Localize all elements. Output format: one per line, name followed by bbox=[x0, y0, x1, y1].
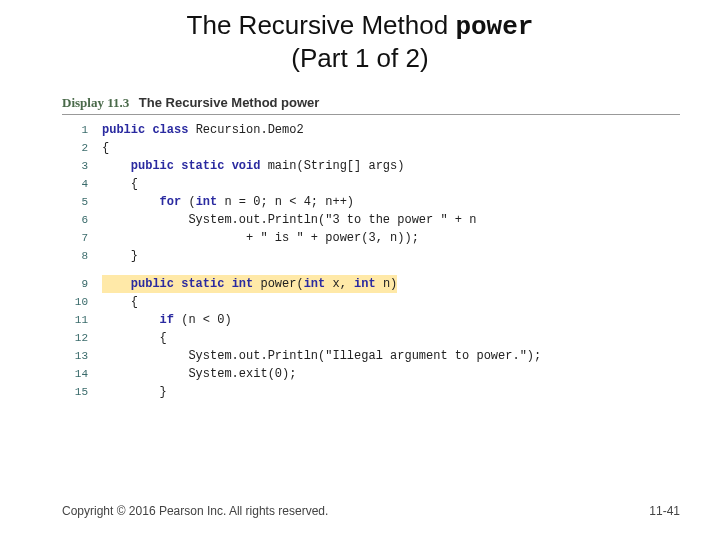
code-token: Recursion.Demo2 bbox=[196, 123, 304, 137]
code-text: System.exit(0); bbox=[102, 365, 296, 383]
code-line: 5 for (int n = 0; n < 4; n++) bbox=[62, 193, 680, 211]
line-number: 1 bbox=[62, 121, 88, 139]
keyword: public static int bbox=[131, 277, 261, 291]
keyword: public class bbox=[102, 123, 196, 137]
code-token: n = 0; n < 4; n++) bbox=[224, 195, 354, 209]
code-line: 3 public static void main(String[] args) bbox=[62, 157, 680, 175]
code-text: + " is " + power(3, n)); bbox=[102, 229, 419, 247]
keyword: if bbox=[160, 313, 182, 327]
code-token: { bbox=[102, 331, 167, 345]
code-token: { bbox=[102, 177, 138, 191]
keyword: int bbox=[304, 277, 333, 291]
code-text: } bbox=[102, 247, 138, 265]
line-number: 9 bbox=[62, 275, 88, 293]
code-token: ( bbox=[188, 195, 195, 209]
title-line2: (Part 1 of 2) bbox=[291, 43, 428, 73]
title-line1-mono: power bbox=[455, 12, 533, 42]
code-token bbox=[102, 313, 160, 327]
code-token: { bbox=[102, 295, 138, 309]
footer: Copyright © 2016 Pearson Inc. All rights… bbox=[62, 504, 680, 518]
code-text: public static int power(int x, int n) bbox=[102, 275, 397, 293]
code-line: 7 + " is " + power(3, n)); bbox=[62, 229, 680, 247]
line-number: 10 bbox=[62, 293, 88, 311]
code-token: power( bbox=[260, 277, 303, 291]
slide-title: The Recursive Method power (Part 1 of 2) bbox=[0, 10, 720, 74]
line-number: 6 bbox=[62, 211, 88, 229]
code-token: System.out.Println("3 to the power " + n bbox=[102, 213, 476, 227]
blank-line bbox=[62, 265, 680, 275]
line-number: 15 bbox=[62, 383, 88, 401]
code-text: public class Recursion.Demo2 bbox=[102, 121, 304, 139]
keyword: int bbox=[196, 195, 225, 209]
page-number: 11-41 bbox=[649, 504, 680, 518]
code-text: if (n < 0) bbox=[102, 311, 232, 329]
code-token: n) bbox=[376, 277, 398, 291]
code-text: System.out.Println("Illegal argument to … bbox=[102, 347, 541, 365]
code-text: for (int n = 0; n < 4; n++) bbox=[102, 193, 354, 211]
code-line: 11 if (n < 0) bbox=[62, 311, 680, 329]
code-line: 15 } bbox=[62, 383, 680, 401]
code-token bbox=[102, 159, 131, 173]
code-line: 1public class Recursion.Demo2 bbox=[62, 121, 680, 139]
display-title: The Recursive Method power bbox=[139, 95, 320, 110]
copyright: Copyright © 2016 Pearson Inc. All rights… bbox=[62, 504, 328, 518]
code-token bbox=[102, 277, 131, 291]
code-line: 6 System.out.Println("3 to the power " +… bbox=[62, 211, 680, 229]
line-number: 5 bbox=[62, 193, 88, 211]
line-number: 8 bbox=[62, 247, 88, 265]
line-number: 7 bbox=[62, 229, 88, 247]
code-line: 9 public static int power(int x, int n) bbox=[62, 275, 680, 293]
code-token: main(String[] args) bbox=[268, 159, 405, 173]
line-number: 3 bbox=[62, 157, 88, 175]
code-line: 13 System.out.Println("Illegal argument … bbox=[62, 347, 680, 365]
code-text: } bbox=[102, 383, 167, 401]
keyword: for bbox=[160, 195, 189, 209]
code-line: 14 System.exit(0); bbox=[62, 365, 680, 383]
code-token: System.exit(0); bbox=[102, 367, 296, 381]
code-token: } bbox=[102, 385, 167, 399]
line-number: 14 bbox=[62, 365, 88, 383]
code-text: { bbox=[102, 293, 138, 311]
line-number: 12 bbox=[62, 329, 88, 347]
code-text: public static void main(String[] args) bbox=[102, 157, 404, 175]
code-token bbox=[102, 195, 160, 209]
code-line: 8 } bbox=[62, 247, 680, 265]
line-number: 4 bbox=[62, 175, 88, 193]
code-line: 4 { bbox=[62, 175, 680, 193]
code-token: (n < 0) bbox=[181, 313, 231, 327]
slide: The Recursive Method power (Part 1 of 2)… bbox=[0, 0, 720, 540]
line-number: 2 bbox=[62, 139, 88, 157]
display-label: Display 11.3 bbox=[62, 95, 129, 110]
code-text: { bbox=[102, 139, 109, 157]
code-line: 12 { bbox=[62, 329, 680, 347]
code-token: { bbox=[102, 141, 109, 155]
code-token: + " is " + power(3, n)); bbox=[102, 231, 419, 245]
display-block: Display 11.3 The Recursive Method power … bbox=[62, 95, 680, 401]
display-header: Display 11.3 The Recursive Method power bbox=[62, 95, 680, 115]
code-text: { bbox=[102, 175, 138, 193]
code-line: 2{ bbox=[62, 139, 680, 157]
code-text: { bbox=[102, 329, 167, 347]
line-number: 11 bbox=[62, 311, 88, 329]
keyword: public static void bbox=[131, 159, 268, 173]
code-token: System.out.Println("Illegal argument to … bbox=[102, 349, 541, 363]
line-number: 13 bbox=[62, 347, 88, 365]
code-token: x, bbox=[332, 277, 354, 291]
code-text: System.out.Println("3 to the power " + n bbox=[102, 211, 476, 229]
code-line: 10 { bbox=[62, 293, 680, 311]
code-token: } bbox=[102, 249, 138, 263]
code-listing: 1public class Recursion.Demo22{3 public … bbox=[62, 121, 680, 401]
keyword: int bbox=[354, 277, 376, 291]
title-line1-pre: The Recursive Method bbox=[187, 10, 456, 40]
